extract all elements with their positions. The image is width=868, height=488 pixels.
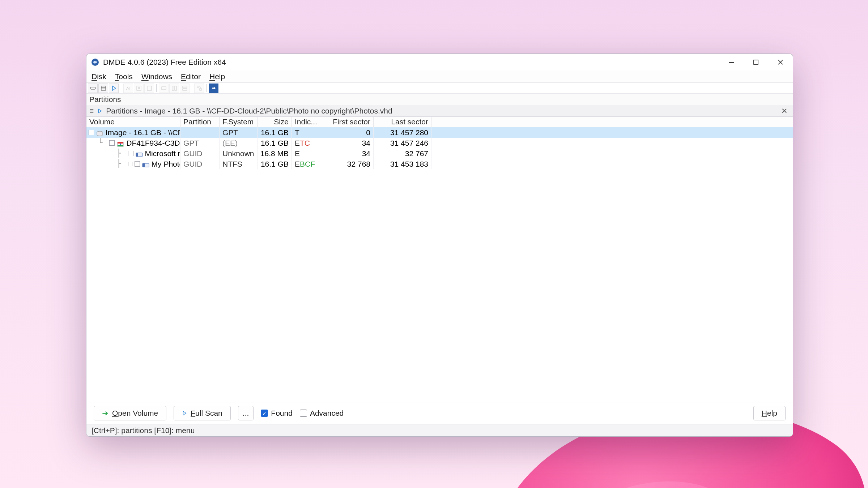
svg-rect-16 bbox=[200, 89, 201, 90]
svg-rect-14 bbox=[183, 89, 187, 90]
table-row[interactable]: ├ Microsoft reserv...GUIDUnknown16.8 MBE… bbox=[86, 148, 793, 159]
svg-rect-23 bbox=[136, 153, 138, 157]
table-row[interactable]: ├ +My PhotosGUIDNTFS16.1 GBEBCF32 76831 … bbox=[86, 159, 793, 169]
svg-rect-11 bbox=[172, 86, 174, 90]
toolbar-btn-8[interactable] bbox=[169, 84, 179, 93]
svg-point-21 bbox=[120, 144, 121, 145]
col-first[interactable]: First sector bbox=[317, 117, 374, 127]
table-row[interactable]: └ DF41F934-C3D4-4...GPT(EE)16.1 GBETC343… bbox=[86, 138, 793, 148]
volume-name: DF41F934-C3D4-4... bbox=[126, 139, 180, 147]
svg-rect-10 bbox=[162, 87, 166, 90]
toolbar-btn-brand[interactable] bbox=[209, 84, 218, 93]
toolbar bbox=[86, 83, 793, 94]
bottom-button-bar: ➜ Open Volume Full Scan ... Found Advanc… bbox=[86, 402, 793, 424]
full-scan-button[interactable]: Full Scan bbox=[174, 406, 231, 420]
svg-rect-20 bbox=[118, 145, 123, 146]
more-button[interactable]: ... bbox=[238, 406, 254, 420]
tab-partitions[interactable]: Partitions bbox=[89, 95, 121, 104]
svg-rect-25 bbox=[142, 163, 145, 167]
panel-header: ≡ Partitions - Image - 16.1 GB - \\CF-DD… bbox=[86, 105, 793, 117]
play-icon bbox=[182, 409, 187, 418]
toolbar-btn-2[interactable] bbox=[98, 84, 108, 93]
toolbar-separator-3 bbox=[192, 84, 192, 92]
window-title: DMDE 4.0.6 (2023) Free Edition x64 bbox=[103, 58, 226, 67]
svg-rect-19 bbox=[118, 142, 123, 144]
expander-icon[interactable]: + bbox=[128, 162, 132, 166]
toolbar-btn-5[interactable] bbox=[134, 84, 144, 93]
svg-rect-1 bbox=[729, 62, 734, 63]
hamburger-icon[interactable]: ≡ bbox=[89, 107, 94, 115]
menu-help[interactable]: Help bbox=[209, 72, 225, 81]
maximize-button[interactable] bbox=[744, 54, 768, 70]
toolbar-btn-4[interactable] bbox=[123, 84, 133, 93]
titlebar[interactable]: DMDE 4.0.6 (2023) Free Edition x64 bbox=[86, 54, 793, 70]
volume-icon bbox=[96, 130, 103, 136]
toolbar-btn-6[interactable] bbox=[144, 84, 154, 93]
row-checkbox[interactable] bbox=[89, 130, 94, 135]
tab-strip: Partitions bbox=[86, 94, 793, 105]
toolbar-separator-4 bbox=[206, 84, 207, 92]
svg-rect-15 bbox=[197, 86, 199, 88]
volume-name: My Photos bbox=[152, 160, 180, 168]
svg-rect-4 bbox=[101, 86, 106, 90]
col-partition[interactable]: Partition bbox=[180, 117, 220, 127]
volume-name: Microsoft reserv... bbox=[145, 149, 180, 158]
volume-icon bbox=[117, 140, 124, 146]
play-small-icon[interactable] bbox=[97, 107, 102, 115]
panel-close-icon[interactable]: ✕ bbox=[779, 107, 790, 115]
volume-icon bbox=[136, 151, 143, 157]
col-size[interactable]: Size bbox=[258, 117, 292, 127]
arrow-right-icon: ➜ bbox=[102, 409, 109, 418]
toolbar-btn-play[interactable] bbox=[109, 84, 119, 93]
row-checkbox[interactable] bbox=[135, 161, 140, 167]
svg-rect-13 bbox=[183, 86, 187, 88]
panel-title: Partitions - Image - 16.1 GB - \\CF-DD-C… bbox=[106, 107, 392, 115]
toolbar-separator bbox=[121, 84, 121, 92]
table-row[interactable]: Image - 16.1 GB - \\CF...GPT16.1 GBT031 … bbox=[86, 127, 793, 138]
advanced-checkbox[interactable]: Advanced bbox=[300, 409, 344, 418]
found-checkbox[interactable]: Found bbox=[261, 409, 293, 418]
status-text: [Ctrl+P]: partitions [F10]: menu bbox=[92, 426, 195, 435]
close-button[interactable] bbox=[768, 54, 793, 70]
toolbar-separator-2 bbox=[156, 84, 157, 92]
col-last[interactable]: Last sector bbox=[374, 117, 431, 127]
checkbox-icon bbox=[300, 410, 307, 417]
col-volume[interactable]: Volume bbox=[86, 117, 180, 127]
row-checkbox[interactable] bbox=[109, 140, 115, 146]
status-bar: [Ctrl+P]: partitions [F10]: menu bbox=[86, 424, 793, 436]
app-window: DMDE 4.0.6 (2023) Free Edition x64 Disk … bbox=[86, 53, 793, 437]
toolbar-btn-10[interactable] bbox=[194, 84, 204, 93]
svg-rect-3 bbox=[90, 87, 95, 89]
table-header-row: Volume Partition F.System Size Indic... … bbox=[86, 117, 793, 127]
svg-rect-2 bbox=[754, 60, 758, 64]
volume-icon bbox=[142, 161, 149, 167]
app-icon bbox=[91, 58, 99, 67]
minimize-button[interactable] bbox=[719, 54, 744, 70]
toolbar-btn-9[interactable] bbox=[180, 84, 190, 93]
toolbar-btn-7[interactable] bbox=[159, 84, 169, 93]
help-button[interactable]: Help bbox=[753, 406, 786, 420]
menu-bar: Disk Tools Windows Editor Help bbox=[86, 70, 793, 83]
volume-name: Image - 16.1 GB - \\CF... bbox=[106, 128, 180, 137]
toolbar-btn-1[interactable] bbox=[88, 84, 98, 93]
row-checkbox[interactable] bbox=[128, 151, 133, 156]
svg-rect-9 bbox=[147, 86, 152, 90]
open-volume-button[interactable]: ➜ Open Volume bbox=[94, 406, 166, 420]
menu-editor[interactable]: Editor bbox=[181, 72, 201, 81]
checkbox-icon bbox=[261, 410, 268, 417]
partitions-table: Volume Partition F.System Size Indic... … bbox=[86, 117, 793, 402]
menu-windows[interactable]: Windows bbox=[141, 72, 172, 81]
svg-rect-8 bbox=[138, 87, 140, 89]
menu-disk[interactable]: Disk bbox=[92, 72, 106, 81]
col-fsystem[interactable]: F.System bbox=[220, 117, 258, 127]
col-indic[interactable]: Indic... bbox=[292, 117, 317, 127]
svg-rect-12 bbox=[175, 86, 176, 90]
menu-tools[interactable]: Tools bbox=[115, 72, 133, 81]
